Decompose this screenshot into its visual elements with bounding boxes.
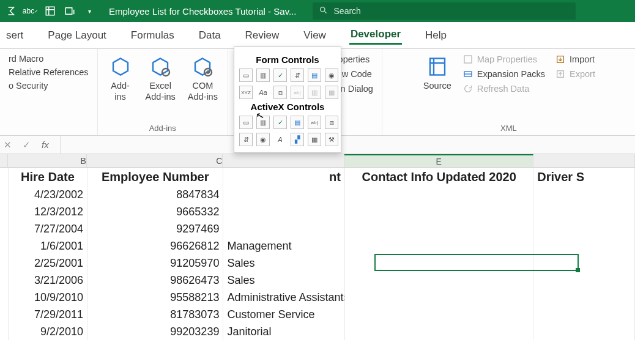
cell-emp-number[interactable]: 99203239	[87, 323, 223, 340]
cell-emp-number[interactable]: 98626473	[87, 272, 223, 289]
cell-contact[interactable]	[345, 203, 533, 220]
cell-driver[interactable]	[533, 186, 635, 203]
cell-hire-date[interactable]: 7/27/2004	[9, 220, 87, 237]
cell-driver[interactable]	[533, 323, 635, 340]
form-spin-icon[interactable]: ⇵	[291, 69, 304, 82]
record-macro-button[interactable]: rd Macro	[6, 53, 91, 65]
cell-driver[interactable]	[533, 254, 635, 272]
form-listbox-icon[interactable]: ▤	[308, 69, 321, 82]
col-header-b[interactable]: B	[8, 154, 87, 167]
cell-emp-number[interactable]: 9297469	[87, 220, 223, 237]
col-header-c[interactable]: C	[87, 154, 223, 167]
export-button[interactable]: Export	[552, 67, 598, 81]
tab-review[interactable]: Review	[244, 27, 281, 44]
cell-dept[interactable]: Sales	[223, 254, 345, 272]
excel-addins-button[interactable]: ExcelAdd-ins	[142, 53, 179, 103]
cell-contact[interactable]	[345, 306, 533, 323]
form-button-icon[interactable]: ▭	[239, 69, 253, 82]
cell-emp-number[interactable]: 95588213	[87, 289, 223, 306]
cell-contact[interactable]	[345, 272, 533, 289]
ax-option-icon[interactable]: ◉	[256, 133, 270, 146]
form-group-icon[interactable]: XYZ	[239, 86, 253, 99]
cell-contact[interactable]	[345, 289, 533, 306]
cell-hire-date[interactable]: 4/23/2002	[9, 186, 87, 203]
ax-listbox-icon[interactable]: ▤	[291, 116, 304, 129]
ax-label-icon[interactable]: A	[273, 133, 287, 146]
tab-formulas[interactable]: Formulas	[130, 27, 176, 44]
form-more2-icon[interactable]: ▦	[325, 86, 338, 99]
cell-hire-date[interactable]: 7/29/2011	[9, 306, 87, 323]
cell-hire-date[interactable]: 3/21/2006	[9, 272, 87, 289]
form-checkbox-icon[interactable]: ✓	[273, 69, 287, 82]
cell-contact[interactable]	[345, 220, 533, 237]
ax-spin-icon[interactable]: ⇵	[239, 133, 253, 146]
worksheet[interactable]: B C E Hire Date Employee Number nt Conta…	[0, 154, 635, 364]
tab-page-layout[interactable]: Page Layout	[46, 27, 107, 44]
cell-emp-number[interactable]: 9665332	[87, 203, 223, 220]
form-text-icon[interactable]: ab|	[291, 86, 304, 99]
source-button[interactable]: Source	[420, 53, 455, 92]
expansion-packs-button[interactable]: Expansion Packs	[460, 67, 548, 81]
cancel-formula-button[interactable]: ✕	[4, 139, 12, 150]
ax-more-icon[interactable]: ⚒	[325, 133, 338, 146]
cell-hire-date[interactable]: 12/3/2012	[9, 203, 87, 220]
ax-scroll-icon[interactable]: ⧈	[325, 116, 338, 129]
cell-emp-number[interactable]: 91205970	[87, 254, 223, 272]
tab-insert[interactable]: sert	[5, 27, 24, 44]
cell-driver[interactable]	[533, 306, 635, 323]
macro-security-button[interactable]: o Security	[6, 80, 91, 92]
cell-dept[interactable]	[223, 186, 345, 203]
confirm-formula-button[interactable]: ✓	[23, 139, 31, 150]
header-contact-updated[interactable]: Contact Info Updated 2020	[345, 168, 533, 186]
form-combo-icon[interactable]: ▥	[256, 69, 270, 82]
cell-driver[interactable]	[533, 289, 635, 306]
com-addins-button[interactable]: COMAdd-ins	[184, 53, 221, 103]
tab-data[interactable]: Data	[198, 27, 222, 44]
ax-checkbox-icon[interactable]: ✓	[273, 116, 287, 129]
cell-contact[interactable]	[345, 186, 533, 203]
ax-image-icon[interactable]: ▞	[291, 133, 304, 146]
import-button[interactable]: Import	[552, 53, 598, 66]
cell-emp-number[interactable]: 8847834	[87, 186, 223, 203]
cell-hire-date[interactable]: 10/9/2010	[9, 289, 87, 306]
relative-references-button[interactable]: Relative References	[6, 66, 91, 78]
cell-contact[interactable]	[345, 323, 533, 340]
pivot-icon[interactable]	[44, 5, 56, 17]
search-box[interactable]	[313, 2, 576, 20]
header-driver[interactable]: Driver S	[533, 168, 635, 186]
cell-driver[interactable]	[533, 237, 635, 254]
ax-text-icon[interactable]: ab|	[308, 116, 321, 129]
col-header-e[interactable]: E	[344, 154, 533, 167]
cell-dept[interactable]: Administrative Assistants	[223, 289, 345, 306]
cell-hire-date[interactable]: 9/2/2010	[9, 323, 87, 340]
refresh-icon[interactable]	[64, 5, 76, 17]
qat-dropdown-icon[interactable]: ▾	[83, 5, 95, 17]
ax-toggle-icon[interactable]: ▦	[308, 133, 321, 146]
cell-hire-date[interactable]: 1/6/2001	[9, 237, 87, 254]
header-hire-date[interactable]: Hire Date	[9, 168, 87, 186]
tab-developer[interactable]: Developer	[349, 26, 402, 45]
cell-hire-date[interactable]: 2/25/2001	[9, 254, 87, 272]
cell-emp-number[interactable]: 96626812	[87, 237, 223, 254]
header-dept[interactable]: nt	[223, 168, 345, 186]
cell-contact[interactable]	[345, 237, 533, 254]
cell-dept[interactable]	[223, 220, 345, 237]
refresh-data-button[interactable]: Refresh Data	[460, 82, 548, 95]
form-option-icon[interactable]: ◉	[325, 69, 338, 82]
header-emp-number[interactable]: Employee Number	[87, 168, 223, 186]
ax-cmd-icon[interactable]: ▭	[239, 116, 253, 129]
autosum-icon[interactable]	[5, 5, 17, 17]
cell-driver[interactable]	[533, 272, 635, 289]
cell-dept[interactable]	[223, 203, 345, 220]
map-properties-button[interactable]: Map Properties	[460, 53, 548, 66]
tab-view[interactable]: View	[302, 27, 327, 44]
cell-driver[interactable]	[533, 220, 635, 237]
cell-contact[interactable]	[345, 254, 533, 272]
cell-dept[interactable]: Janitorial	[223, 323, 345, 340]
cell-emp-number[interactable]: 81783073	[87, 306, 223, 323]
col-header-a[interactable]	[0, 154, 8, 167]
search-input[interactable]	[333, 6, 570, 17]
fx-button[interactable]: fx	[42, 139, 49, 150]
form-scroll-icon[interactable]: ⧈	[273, 86, 287, 99]
addins-button[interactable]: Add-ins	[104, 53, 137, 103]
